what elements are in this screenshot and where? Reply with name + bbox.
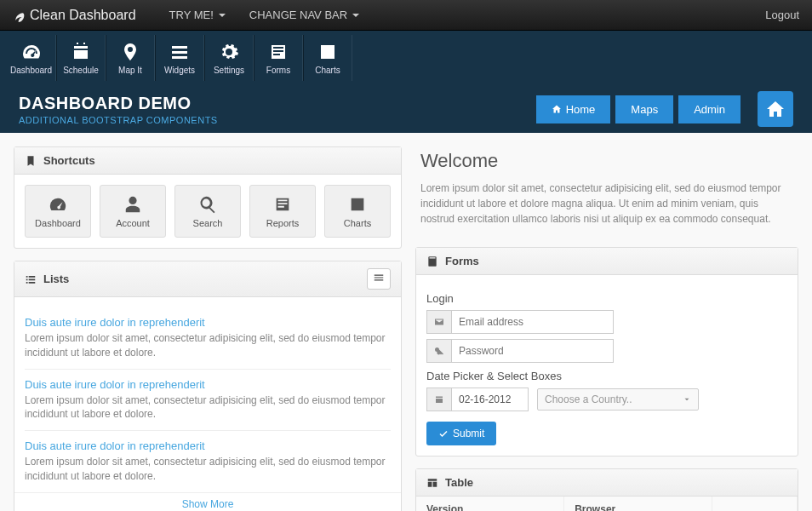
list-link[interactable]: Duis aute irure dolor in reprehenderit	[25, 316, 391, 329]
table-title: Table	[445, 476, 473, 489]
topnav: TRY ME! CHANGE NAV BAR	[157, 9, 372, 21]
marker-icon	[120, 42, 140, 62]
sc-charts[interactable]: Charts	[324, 185, 391, 238]
calendar-icon	[71, 42, 91, 62]
list-item: Duis aute irure dolor in reprehenderitLo…	[25, 370, 391, 432]
col-version: Version	[416, 497, 564, 511]
tab-maps[interactable]: Maps	[615, 95, 673, 123]
welcome-block: Welcome Lorem ipsum dolor sit amet, cons…	[415, 146, 798, 235]
key-icon	[426, 339, 452, 363]
nav-schedule[interactable]: Schedule	[56, 35, 106, 81]
show-more-link[interactable]: Show More	[14, 492, 401, 511]
home-icon	[552, 104, 562, 114]
email-icon	[426, 310, 452, 334]
home-icon	[765, 99, 786, 119]
sc-dashboard[interactable]: Dashboard	[25, 185, 91, 238]
brand[interactable]: Clean Dashboard	[13, 8, 136, 23]
home-button[interactable]	[758, 91, 793, 127]
cogs-icon	[219, 42, 239, 62]
sc-account[interactable]: Account	[100, 185, 166, 238]
menu-icon	[373, 272, 385, 284]
welcome-body: Lorem ipsum dolor sit amet, consectetur …	[420, 181, 793, 227]
tryme-dropdown[interactable]: TRY ME!	[157, 9, 237, 21]
topbar: Clean Dashboard TRY ME! CHANGE NAV BAR L…	[0, 0, 812, 31]
list-link[interactable]: Duis aute irure dolor in reprehenderit	[25, 439, 391, 452]
forms-panel: Forms Login Date Picker & Select Boxes C…	[415, 247, 798, 456]
table-icon	[426, 477, 438, 489]
date-input[interactable]	[452, 388, 529, 411]
nav-charts[interactable]: Charts	[303, 35, 352, 81]
book-icon	[426, 256, 438, 267]
user-icon	[123, 195, 142, 214]
email-input[interactable]	[452, 310, 614, 334]
country-select[interactable]: Choose a Country..	[537, 388, 699, 411]
nav-settings[interactable]: Settings	[204, 35, 254, 81]
lists-title: Lists	[43, 273, 69, 285]
submit-button[interactable]: Submit	[426, 422, 496, 445]
list-item: Duis aute irure dolor in reprehenderitLo…	[25, 431, 391, 492]
brand-text: Clean Dashboard	[30, 8, 136, 23]
tab-admin[interactable]: Admin	[678, 95, 741, 123]
nav-widgets[interactable]: Widgets	[155, 35, 204, 81]
page-title: DASHBOARD DEMO	[19, 94, 536, 113]
logout-link[interactable]: Logout	[765, 9, 799, 21]
nav-dashboard[interactable]: Dashboard	[7, 35, 56, 81]
titlebar: DASHBOARD DEMO ADDITIONAL BOOTSTRAP COMP…	[0, 85, 812, 133]
table-header: Version Browser	[416, 497, 798, 511]
gauge-icon	[49, 195, 67, 214]
sc-search[interactable]: Search	[174, 185, 241, 238]
iconbar: Dashboard Schedule Map It Widgets Settin…	[0, 31, 812, 85]
chevron-down-icon	[683, 395, 691, 404]
chart-icon	[348, 195, 367, 214]
date-section-label: Date Picker & Select Boxes	[426, 370, 787, 382]
check-icon	[438, 428, 449, 439]
shortcuts-panel: Shortcuts Dashboard Account Search Repor…	[14, 146, 402, 249]
leaf-icon	[13, 9, 26, 22]
calendar-icon	[426, 388, 452, 411]
widgets-icon	[169, 42, 190, 62]
report-icon	[273, 195, 292, 214]
list-icon	[25, 273, 37, 285]
lists-panel: Lists Duis aute irure dolor in reprehend…	[14, 261, 402, 511]
form-icon	[268, 42, 289, 62]
forms-title: Forms	[445, 255, 479, 267]
lists-menu-toggle[interactable]	[367, 268, 391, 290]
list-item: Duis aute irure dolor in reprehenderitLo…	[25, 307, 391, 370]
col-browser: Browser	[564, 497, 712, 511]
login-label: Login	[426, 292, 787, 305]
page-subtitle: ADDITIONAL BOOTSTRAP COMPONENTS	[19, 115, 536, 125]
nav-forms[interactable]: Forms	[254, 35, 303, 81]
bookmark-icon	[25, 155, 37, 167]
tab-home[interactable]: Home	[536, 95, 611, 123]
sc-reports[interactable]: Reports	[249, 185, 316, 238]
list-link[interactable]: Duis aute irure dolor in reprehenderit	[25, 378, 391, 391]
changenav-dropdown[interactable]: CHANGE NAV BAR	[237, 9, 371, 21]
shortcuts-title: Shortcuts	[43, 154, 95, 167]
chart-icon	[317, 42, 338, 62]
password-input[interactable]	[452, 339, 614, 363]
tabs: Home Maps Admin	[536, 95, 741, 123]
welcome-title: Welcome	[420, 150, 793, 172]
table-panel: Table Version Browser	[415, 468, 798, 511]
gauge-icon	[21, 42, 42, 62]
nav-mapit[interactable]: Map It	[106, 35, 155, 81]
search-icon	[198, 195, 217, 214]
